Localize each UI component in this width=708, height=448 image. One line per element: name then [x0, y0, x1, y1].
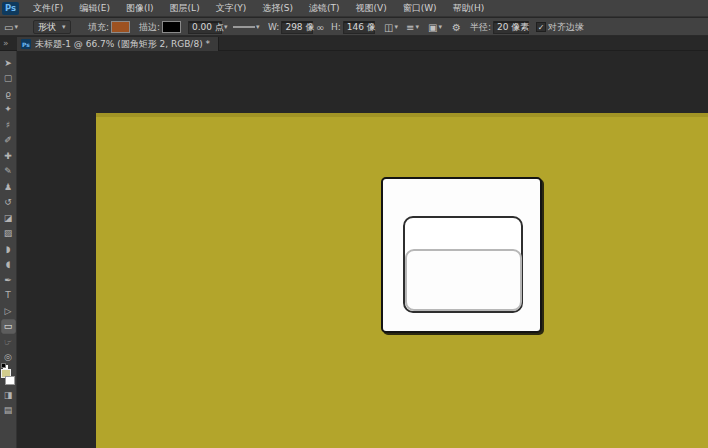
rounded-rectangle-preset-icon: ▭	[4, 22, 13, 33]
photoshop-logo[interactable]: Ps	[2, 2, 19, 15]
fill-color-swatch[interactable]	[111, 21, 130, 33]
brush-tool-icon: ✎	[4, 166, 12, 176]
gradient-tool-icon: ▨	[4, 228, 13, 238]
hand-tool[interactable]: ☞	[1, 334, 16, 349]
document-tab-bar: » Ps 未标题-1 @ 66.7% (圆角矩形 2, RGB/8) *	[0, 37, 708, 51]
draw-mode-select[interactable]: 形状 ▾	[33, 20, 71, 34]
crop-tool[interactable]: ♯	[1, 117, 16, 132]
color-swatches	[1, 367, 16, 387]
clone-stamp-tool-icon: ♟	[4, 182, 12, 192]
menu-select[interactable]: 选择(S)	[254, 0, 301, 17]
crop-tool-icon: ♯	[6, 120, 10, 130]
chevron-down-icon: ▾	[394, 23, 398, 31]
type-tool[interactable]: T	[1, 288, 16, 303]
draw-mode-value: 形状	[38, 21, 56, 34]
path-operations-button[interactable]: ◫ ▾	[384, 22, 398, 33]
menu-filter[interactable]: 滤镜(T)	[301, 0, 348, 17]
menu-file[interactable]: 文件(F)	[25, 0, 71, 17]
photoshop-window: { "colors": { "chrome_bg": "#424242", "w…	[0, 0, 708, 448]
type-tool-icon: T	[5, 290, 11, 300]
quick-mask-icon: ◨	[4, 390, 13, 400]
toolbar-collapse-icon[interactable]: »	[3, 38, 9, 48]
quick-mask-button[interactable]: ◨	[1, 387, 16, 402]
menu-image[interactable]: 图像(I)	[118, 0, 162, 17]
fill-label: 填充:	[88, 21, 109, 34]
radius-label: 半径:	[470, 21, 491, 34]
path-selection-tool-icon: ▷	[5, 306, 12, 316]
stroke-color-swatch[interactable]	[162, 21, 181, 33]
rounded-rectangle-tool-icon: ▭	[4, 321, 13, 331]
eyedropper-tool[interactable]: ✐	[1, 133, 16, 148]
chevron-down-icon: ▾	[256, 23, 260, 31]
lasso-tool[interactable]: ϱ	[1, 86, 16, 101]
blur-tool[interactable]: ◗	[1, 241, 16, 256]
document-tab[interactable]: Ps 未标题-1 @ 66.7% (圆角矩形 2, RGB/8) *	[17, 37, 219, 51]
menu-layer[interactable]: 图层(L)	[162, 0, 208, 17]
quick-selection-tool[interactable]: ✦	[1, 102, 16, 117]
history-brush-tool-icon: ↺	[4, 197, 12, 207]
blur-tool-icon: ◗	[6, 244, 11, 254]
move-tool-icon: ➤	[4, 58, 12, 68]
eraser-tool-icon: ◪	[4, 213, 13, 223]
path-arrangement-icon: ▣	[428, 22, 437, 33]
menu-bar: Ps 文件(F) 编辑(E) 图像(I) 图层(L) 文字(Y) 选择(S) 滤…	[0, 0, 708, 17]
stroke-style-select[interactable]: ▾	[233, 23, 260, 31]
path-operations-icon: ◫	[384, 22, 393, 33]
quick-selection-tool-icon: ✦	[4, 104, 12, 114]
chevron-down-icon: ▾	[14, 23, 18, 31]
tool-options-bar: ▭ ▾ 形状 ▾ 填充: 描边: 0.00 点 ▾ ▾ W: 298 像 ∞ H…	[0, 18, 708, 36]
rectangular-marquee-tool[interactable]: ▢	[1, 71, 16, 86]
dodge-tool[interactable]: ◖	[1, 257, 16, 272]
zoom-tool-icon: ◎	[4, 352, 12, 362]
chevron-down-icon[interactable]: ▾	[224, 23, 228, 31]
marquee-tool-icon: ▢	[4, 73, 13, 83]
chevron-down-icon: ▾	[62, 23, 66, 31]
menu-help[interactable]: 帮助(H)	[445, 0, 493, 17]
background-color-swatch[interactable]	[5, 376, 15, 385]
shape-width-field[interactable]: 298 像	[281, 21, 313, 34]
link-dimensions-icon[interactable]: ∞	[316, 22, 324, 33]
screen-mode-icon: ▤	[4, 405, 13, 415]
menu-window[interactable]: 窗口(W)	[395, 0, 445, 17]
menu-edit[interactable]: 编辑(E)	[71, 0, 118, 17]
lasso-tool-icon: ϱ	[5, 89, 11, 99]
stroke-style-preview	[233, 26, 255, 28]
menu-type[interactable]: 文字(Y)	[208, 0, 255, 17]
history-brush-tool[interactable]: ↺	[1, 195, 16, 210]
pen-tool[interactable]: ✒	[1, 272, 16, 287]
width-label: W:	[268, 22, 279, 32]
dodge-tool-icon: ◖	[6, 259, 11, 269]
path-arrangement-button[interactable]: ▣ ▾	[428, 22, 442, 33]
hand-tool-icon: ☞	[4, 337, 12, 347]
radius-field[interactable]: 20 像素	[493, 21, 529, 34]
rounded-rectangle-tool[interactable]: ▭	[1, 319, 16, 334]
screen-mode-button[interactable]: ▤	[1, 403, 16, 418]
healing-brush-tool-icon: ✚	[4, 151, 12, 161]
menu-view[interactable]: 视图(V)	[347, 0, 394, 17]
clone-stamp-tool[interactable]: ♟	[1, 179, 16, 194]
gradient-tool[interactable]: ▨	[1, 226, 16, 241]
document-title: 未标题-1 @ 66.7% (圆角矩形 2, RGB/8) *	[35, 38, 210, 51]
canvas-top-edge	[96, 113, 708, 117]
chevron-down-icon: ▾	[438, 23, 442, 31]
default-colors-icon[interactable]	[1, 363, 6, 368]
move-tool[interactable]: ➤	[1, 55, 16, 70]
chevron-down-icon: ▾	[415, 23, 419, 31]
tool-preset-button[interactable]: ▭ ▾	[4, 22, 18, 33]
healing-brush-tool[interactable]: ✚	[1, 148, 16, 163]
path-alignment-icon: ≡	[406, 22, 414, 33]
align-edges-checkbox[interactable]: ✓	[536, 22, 546, 32]
tools-panel: ➤ ▢ ϱ ✦ ♯ ✐ ✚ ✎ ♟ ↺ ◪ ▨ ◗ ◖ ✒ T ▷ ▭ ☞ ◎ …	[0, 51, 17, 448]
shape-height-field[interactable]: 146 像	[343, 21, 375, 34]
align-edges-label: 对齐边缘	[548, 21, 584, 34]
rounded-rectangle-shape-2[interactable]	[405, 249, 522, 311]
height-label: H:	[331, 22, 341, 32]
gear-icon[interactable]: ⚙	[452, 22, 461, 33]
eyedropper-tool-icon: ✐	[4, 135, 12, 145]
pen-tool-icon: ✒	[4, 275, 12, 285]
brush-tool[interactable]: ✎	[1, 164, 16, 179]
eraser-tool[interactable]: ◪	[1, 210, 16, 225]
path-selection-tool[interactable]: ▷	[1, 303, 16, 318]
stroke-width-field[interactable]: 0.00 点	[188, 21, 222, 34]
path-alignment-button[interactable]: ≡ ▾	[406, 22, 419, 33]
